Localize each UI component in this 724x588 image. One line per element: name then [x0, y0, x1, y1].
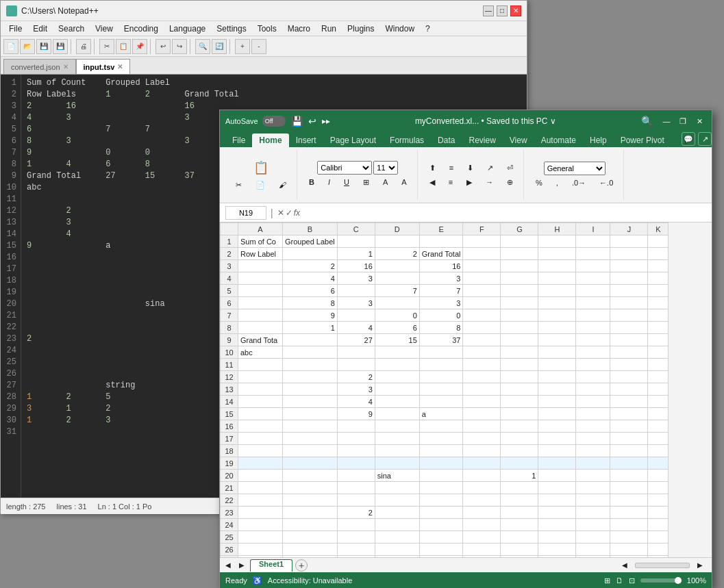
cell-r19-c8[interactable] — [576, 457, 610, 470]
indent-btn[interactable]: → — [479, 176, 499, 189]
cell-r7-c5[interactable] — [463, 309, 501, 322]
cell-r13-c3[interactable] — [375, 383, 419, 396]
cell-r14-c3[interactable] — [375, 396, 419, 408]
excel-minimize-button[interactable]: — — [660, 114, 673, 128]
cell-r11-c6[interactable] — [501, 359, 538, 371]
cell-r20-c7[interactable] — [538, 470, 576, 482]
cell-r22-c7[interactable] — [538, 494, 576, 507]
cell-r6-c9[interactable] — [610, 297, 648, 309]
cell-r9-c2[interactable]: 27 — [337, 334, 375, 346]
cell-r26-c6[interactable] — [501, 544, 538, 556]
excel-share-btn[interactable]: ↗ — [698, 132, 712, 146]
cell-r6-c3[interactable] — [375, 297, 419, 309]
cell-r1-c8[interactable] — [576, 235, 610, 248]
cell-r10-c7[interactable] — [538, 346, 576, 359]
cell-r11-c3[interactable] — [375, 359, 419, 371]
cell-r20-c1[interactable] — [283, 470, 338, 482]
cell-r4-c3[interactable] — [375, 272, 419, 285]
cell-r3-c3[interactable] — [375, 260, 419, 272]
toolbar-save[interactable]: 💾 — [36, 39, 51, 54]
row-header-26[interactable]: 26 — [221, 544, 238, 556]
cell-r26-c0[interactable] — [238, 544, 283, 556]
cell-r18-c5[interactable] — [463, 445, 501, 457]
cell-r27-c0[interactable] — [238, 556, 283, 558]
cell-r25-c4[interactable] — [419, 531, 463, 544]
cell-r23-c1[interactable] — [283, 507, 338, 519]
cell-r18-c10[interactable] — [648, 445, 669, 457]
horizontal-scrollbar[interactable] — [635, 563, 690, 568]
ribbon-tab-pagelayout[interactable]: Page Layout — [323, 133, 383, 147]
toolbar-paste[interactable]: 📌 — [132, 39, 147, 54]
cell-r2-c0[interactable]: Row Label — [238, 248, 283, 260]
col-header-j[interactable]: J — [610, 223, 648, 235]
cell-r20-c9[interactable] — [610, 470, 648, 482]
cell-r9-c4[interactable]: 37 — [419, 334, 463, 346]
cell-r24-c6[interactable] — [501, 519, 538, 531]
cell-r20-c2[interactable] — [337, 470, 375, 482]
menu-macro[interactable]: Macro — [282, 23, 316, 35]
ribbon-tab-data[interactable]: Data — [431, 133, 462, 147]
cell-r6-c8[interactable] — [576, 297, 610, 309]
cell-r26-c10[interactable] — [648, 544, 669, 556]
cell-r25-c2[interactable] — [337, 531, 375, 544]
cell-r18-c0[interactable] — [238, 445, 283, 457]
cancel-formula-btn[interactable]: ✕ — [277, 208, 284, 218]
cell-r25-c10[interactable] — [648, 531, 669, 544]
ribbon-formatpaint-btn[interactable]: 🖌 — [273, 179, 292, 192]
cell-r19-c1[interactable] — [283, 457, 338, 470]
col-header-e[interactable]: E — [419, 223, 463, 235]
cell-r20-c8[interactable] — [576, 470, 610, 482]
cell-r5-c3[interactable]: 7 — [375, 285, 419, 297]
cell-r23-c8[interactable] — [576, 507, 610, 519]
cell-r14-c2[interactable]: 4 — [337, 396, 375, 408]
cell-r11-c5[interactable] — [463, 359, 501, 371]
cell-r10-c5[interactable] — [463, 346, 501, 359]
cell-r3-c5[interactable] — [463, 260, 501, 272]
cell-r25-c0[interactable] — [238, 531, 283, 544]
scrollbar-right[interactable]: ▶ — [691, 559, 709, 571]
cell-r20-c6[interactable]: 1 — [501, 470, 538, 482]
row-header-15[interactable]: 15 — [221, 408, 238, 420]
cell-r17-c0[interactable] — [238, 433, 283, 445]
excel-comment-btn[interactable]: 💬 — [682, 132, 695, 146]
cell-r25-c5[interactable] — [463, 531, 501, 544]
toolbar-cut[interactable]: ✂ — [99, 39, 114, 54]
cell-r27-c4[interactable] — [419, 556, 463, 558]
cell-r8-c7[interactable] — [538, 322, 576, 334]
toolbar-find[interactable]: 🔍 — [195, 39, 210, 54]
cell-r19-c2[interactable] — [337, 457, 375, 470]
formula-input[interactable] — [304, 208, 706, 218]
cell-r22-c3[interactable] — [375, 494, 419, 507]
cell-r5-c4[interactable]: 7 — [419, 285, 463, 297]
cell-r2-c4[interactable]: Grand Total — [419, 248, 463, 260]
cell-r13-c10[interactable] — [648, 383, 669, 396]
add-sheet-button[interactable]: + — [295, 559, 308, 572]
cell-r26-c4[interactable] — [419, 544, 463, 556]
cell-r6-c10[interactable] — [648, 297, 669, 309]
menu-plugins[interactable]: Plugins — [342, 23, 379, 35]
cell-r12-c6[interactable] — [501, 371, 538, 383]
cell-r15-c1[interactable] — [283, 408, 338, 420]
cell-r12-c4[interactable] — [419, 371, 463, 383]
row-header-3[interactable]: 3 — [221, 260, 238, 272]
align-bottom-btn[interactable]: ⬇ — [461, 162, 479, 175]
cell-r1-c5[interactable] — [463, 235, 501, 248]
menu-file[interactable]: File — [3, 23, 27, 35]
cell-r7-c6[interactable] — [501, 309, 538, 322]
tab-input-tsv[interactable]: input.tsv ✕ — [76, 59, 131, 74]
cell-r11-c1[interactable] — [283, 359, 338, 371]
cell-r21-c9[interactable] — [610, 482, 648, 494]
menu-search[interactable]: Search — [53, 23, 90, 35]
cell-r24-c8[interactable] — [576, 519, 610, 531]
row-header-2[interactable]: 2 — [221, 248, 238, 260]
cell-r12-c10[interactable] — [648, 371, 669, 383]
toolbar-copy[interactable]: 📋 — [116, 39, 131, 54]
ribbon-cut-btn[interactable]: ✂ — [229, 179, 248, 192]
cell-r9-c3[interactable]: 15 — [375, 334, 419, 346]
row-header-12[interactable]: 12 — [221, 371, 238, 383]
cell-r8-c3[interactable]: 6 — [375, 322, 419, 334]
cell-r9-c10[interactable] — [648, 334, 669, 346]
cell-r3-c7[interactable] — [538, 260, 576, 272]
col-header-c[interactable]: C — [337, 223, 375, 235]
cell-r18-c2[interactable] — [337, 445, 375, 457]
